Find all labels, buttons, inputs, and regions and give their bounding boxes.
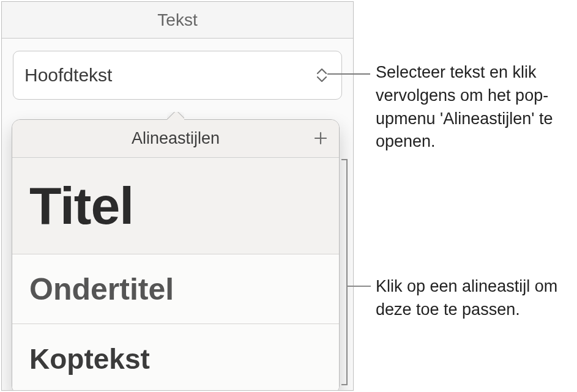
style-item-titel[interactable]: Titel [12,158,339,254]
style-item-label: Koptekst [29,342,150,375]
chevron-up-down-icon [313,65,330,86]
paragraph-styles-popover: Alineastijlen Titel Ondertitel [12,119,340,391]
callout-bracket-top [341,159,346,160]
format-sidebar: Tekst Hoofdtekst Alineastijlen [1,1,354,391]
panel-tab-tekst[interactable]: Tekst [2,2,353,39]
style-item-label: Ondertitel [29,272,174,307]
popover-header: Alineastijlen [12,120,339,158]
callout-leader-line [327,73,370,75]
popover-arrow [167,112,184,120]
style-item-label: Titel [29,176,133,236]
paragraph-style-dropdown[interactable]: Hoofdtekst [13,51,342,100]
plus-icon [313,127,328,150]
paragraph-style-list: Titel Ondertitel Koptekst [12,158,339,391]
paragraph-style-dropdown-label: Hoofdtekst [24,65,313,86]
screenshot-root: Tekst Hoofdtekst Alineastijlen [0,0,577,392]
popover-title: Alineastijlen [12,129,302,148]
callout-bracket-connector [346,286,371,287]
style-item-ondertitel[interactable]: Ondertitel [12,254,339,324]
callout-list-hint: Klik op een alineastijl om deze toe te p… [376,275,577,322]
callout-bracket-bottom [341,384,346,385]
style-item-koptekst[interactable]: Koptekst [12,324,339,391]
callout-bracket-line [346,159,348,385]
callout-dropdown-hint: Selecteer tekst en klik vervolgens om he… [376,61,577,153]
add-style-button[interactable] [302,120,339,158]
